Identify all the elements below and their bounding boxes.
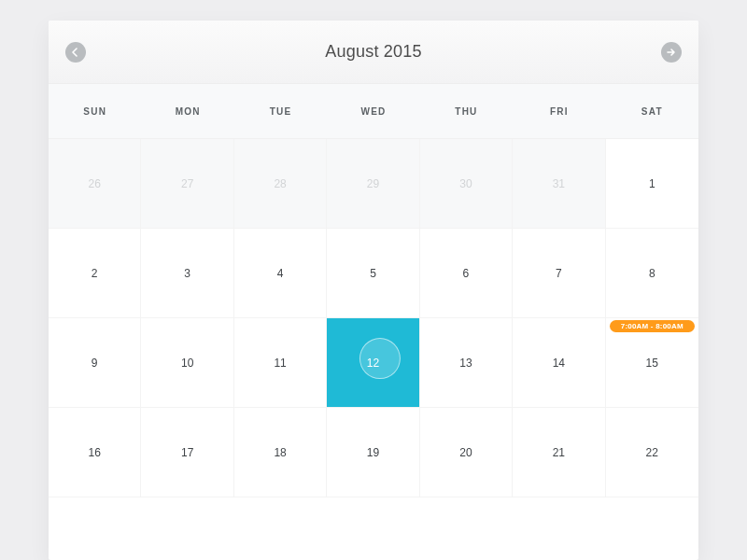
day-cell[interactable]: 21 xyxy=(513,408,605,497)
weekday-label: SUN xyxy=(49,84,141,138)
prev-month-button[interactable] xyxy=(65,42,86,63)
day-cell[interactable]: 29 xyxy=(327,139,419,229)
weekday-label: THU xyxy=(420,84,513,138)
weekday-label: FRI xyxy=(513,84,605,138)
day-number: 11 xyxy=(274,357,286,370)
day-number: 16 xyxy=(89,446,101,459)
day-cell[interactable]: 18 xyxy=(234,408,327,497)
day-cell[interactable]: 13 xyxy=(420,318,513,408)
day-number: 5 xyxy=(370,267,376,280)
event-badge[interactable]: 7:00AM - 8:00AM xyxy=(610,320,695,332)
day-cell[interactable]: 1 xyxy=(606,139,698,229)
day-cell[interactable]: 27 xyxy=(141,139,233,229)
day-number: 30 xyxy=(459,177,472,190)
day-cell[interactable]: 17 xyxy=(141,408,233,497)
day-number: 2 xyxy=(92,267,98,280)
day-cell[interactable]: 14 xyxy=(513,318,605,408)
day-cell[interactable]: 20 xyxy=(420,408,513,497)
day-cell[interactable]: 10 xyxy=(141,318,233,408)
day-number: 17 xyxy=(181,446,193,459)
day-number: 1 xyxy=(649,177,655,190)
day-cell[interactable]: 6 xyxy=(420,229,513,318)
day-number: 9 xyxy=(92,357,98,370)
day-cell[interactable]: 8 xyxy=(606,229,698,318)
weekday-label: TUE xyxy=(234,84,327,138)
calendar-grid: 26272829303112345678910111213147:00AM - … xyxy=(49,139,698,497)
day-number: 13 xyxy=(459,357,472,370)
day-number: 18 xyxy=(274,446,286,459)
day-number: 29 xyxy=(367,177,379,190)
weekday-label: SAT xyxy=(606,84,698,138)
day-number: 27 xyxy=(181,177,193,190)
day-number: 20 xyxy=(459,446,472,459)
day-number: 15 xyxy=(646,357,658,370)
weekday-label: MON xyxy=(141,84,233,138)
day-number: 21 xyxy=(553,446,565,459)
day-number: 4 xyxy=(277,267,284,280)
day-cell[interactable]: 12 xyxy=(327,318,419,408)
day-number: 3 xyxy=(184,267,190,280)
day-number: 8 xyxy=(649,267,655,280)
day-number: 7 xyxy=(556,267,562,280)
arrow-left-icon xyxy=(71,48,80,57)
day-cell[interactable]: 30 xyxy=(420,139,513,229)
day-cell[interactable]: 4 xyxy=(234,229,327,318)
day-cell[interactable]: 7:00AM - 8:00AM15 xyxy=(606,318,698,408)
day-cell[interactable]: 9 xyxy=(49,318,141,408)
day-cell[interactable]: 28 xyxy=(234,139,327,229)
weekday-label: WED xyxy=(327,84,419,138)
day-cell[interactable]: 11 xyxy=(234,318,327,408)
day-cell[interactable]: 22 xyxy=(606,408,698,497)
day-number: 10 xyxy=(181,357,193,370)
calendar: August 2015 SUN MON TUE WED THU FRI SAT … xyxy=(49,21,698,560)
day-cell[interactable]: 26 xyxy=(49,139,141,229)
calendar-header: August 2015 xyxy=(49,21,698,84)
day-cell[interactable]: 7 xyxy=(513,229,605,318)
day-cell[interactable]: 3 xyxy=(141,229,233,318)
day-number: 6 xyxy=(463,267,470,280)
day-cell[interactable]: 31 xyxy=(513,139,605,229)
day-number: 12 xyxy=(367,357,379,370)
day-cell[interactable]: 2 xyxy=(49,229,141,318)
day-cell[interactable]: 16 xyxy=(49,408,141,497)
day-number: 28 xyxy=(274,177,286,190)
day-number: 19 xyxy=(367,446,379,459)
day-cell[interactable]: 19 xyxy=(327,408,419,497)
day-number: 31 xyxy=(553,177,565,190)
arrow-right-icon xyxy=(667,48,676,57)
day-number: 22 xyxy=(646,446,658,459)
day-number: 26 xyxy=(89,177,101,190)
calendar-title: August 2015 xyxy=(325,42,421,62)
day-cell[interactable]: 5 xyxy=(327,229,419,318)
weekday-row: SUN MON TUE WED THU FRI SAT xyxy=(49,84,698,139)
day-number: 14 xyxy=(553,357,565,370)
next-month-button[interactable] xyxy=(661,42,682,63)
